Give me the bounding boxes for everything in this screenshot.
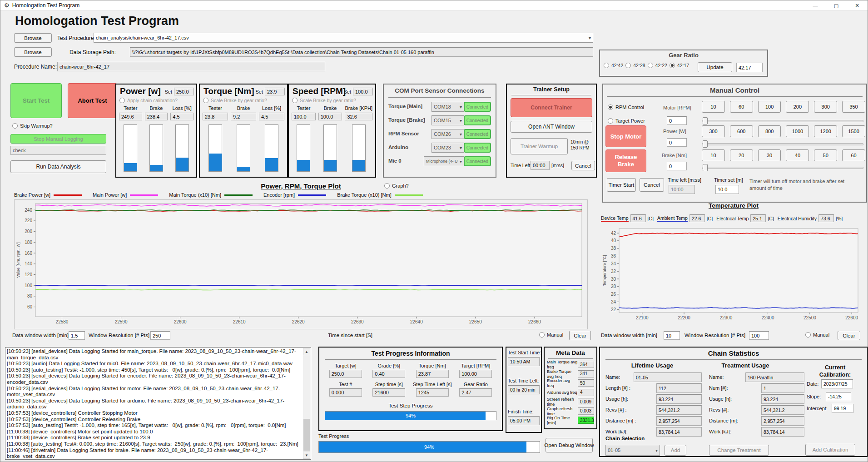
temp-clear-button[interactable]: Clear	[838, 331, 860, 340]
abort-test-button[interactable]: Abort Test	[68, 83, 117, 118]
com-port-select[interactable]: COM26▾	[432, 129, 464, 139]
timer-set-field[interactable]: 10.0	[715, 185, 739, 194]
close-icon[interactable]: ✕	[847, 0, 868, 10]
temp-resolution-field[interactable]: 100	[749, 331, 769, 340]
torque-loss-bar	[265, 124, 278, 172]
add-calibration-button[interactable]: Add Calibration	[805, 444, 855, 456]
motor-rpm-field[interactable]: 0	[667, 116, 687, 125]
chain-stat-row: Work [kJ]:83,784.14	[709, 427, 804, 437]
torque-set-field[interactable]: 23.9	[265, 88, 285, 95]
speed-scale-brake-radio[interactable]: Scale Brake by gear ratio?	[292, 98, 356, 103]
preset-button-60[interactable]: 60	[842, 149, 865, 161]
gear-ratio-value-field[interactable]: 42:17	[736, 63, 763, 72]
log-output[interactable]: [10:50:23] [serial_devices] Data Logging…	[5, 347, 311, 460]
trainer-warmup-button[interactable]: Trainer Warmup	[511, 138, 568, 154]
preset-button-1500[interactable]: 1500	[842, 125, 865, 137]
calibration-date-field[interactable]: 2023/07/25	[821, 379, 853, 388]
preset-button-40[interactable]: 40	[786, 149, 809, 161]
procedure-name-field[interactable]: chain-wear_6hr-42_17	[57, 62, 325, 71]
main-resolution-field[interactable]: 250	[150, 331, 170, 340]
preset-button-1000[interactable]: 1000	[786, 125, 809, 137]
log-scrollbar[interactable]: ▲ ▼	[303, 348, 310, 459]
speed-set-field[interactable]: 100.0	[353, 88, 373, 95]
preset-button-300[interactable]: 300	[814, 101, 837, 113]
main-clear-button[interactable]: Clear	[569, 331, 591, 340]
preset-button-10[interactable]: 10	[702, 149, 725, 161]
browse-procedure-button[interactable]: Browse	[14, 33, 52, 43]
calibration-slope-field[interactable]: -14.25	[826, 392, 851, 401]
scroll-up-icon[interactable]: ▲	[303, 348, 310, 355]
preset-button-800[interactable]: 800	[758, 125, 781, 137]
preset-button-20[interactable]: 20	[730, 149, 753, 161]
gear-ratio-radio-42-22[interactable]: 42:22	[648, 63, 667, 68]
calibration-intercept-field[interactable]: 99.19	[832, 404, 853, 413]
preset-button-60[interactable]: 60	[730, 101, 753, 113]
brake-field[interactable]: 0	[667, 162, 687, 170]
timer-start-button[interactable]: Timer Start	[607, 178, 636, 192]
test-procedure-select[interactable]: chain_analysis\chain-wear_6hr-42_17.csv …	[94, 33, 593, 43]
preset-button-100[interactable]: 100	[758, 101, 781, 113]
timer-cancel-button[interactable]: Cancel	[640, 178, 664, 192]
log-line: [10:50:23] [serial_devices] Data Logging…	[7, 386, 302, 398]
com-port-select[interactable]: COM23▾	[432, 143, 464, 153]
step-progress-label: Test Step Progress	[319, 403, 502, 408]
chain-stat-row: Usage [h]:93.224	[605, 394, 702, 405]
brake-slider[interactable]	[702, 164, 863, 172]
power-field[interactable]: 0	[667, 138, 687, 147]
power-slider[interactable]	[702, 140, 863, 148]
run-data-analysis-button[interactable]: Run Data Analysis	[10, 160, 106, 173]
open-debug-window-button[interactable]: Open Debug Window	[546, 438, 593, 452]
temp-manual-radio[interactable]: Manual	[805, 332, 829, 338]
data-storage-field[interactable]: \\?\G:\.shortcut-targets-by-id\1PJXtSsbf…	[130, 47, 593, 57]
skip-warmup-radio[interactable]: Skip Warmup?	[12, 123, 53, 129]
browse-storage-button[interactable]: Browse	[14, 47, 52, 57]
preset-button-30[interactable]: 30	[758, 149, 781, 161]
maximize-icon[interactable]: ▢	[826, 0, 847, 10]
release-brake-button[interactable]: Release Brake	[605, 149, 646, 172]
test-progress-field: Test #0.000	[324, 382, 367, 397]
rpm-control-radio[interactable]: RPM Control	[608, 104, 644, 110]
preset-button-50[interactable]: 50	[814, 149, 837, 161]
stop-motor-button[interactable]: Stop Motor	[605, 125, 646, 147]
main-manual-radio[interactable]: Manual	[539, 332, 563, 338]
open-ant-window-button[interactable]: Open ANT Window	[511, 121, 592, 133]
torque-gauge-panel: Torque [Nm] Set 23.9 Scale Brake by gear…	[199, 84, 288, 178]
preset-button-600[interactable]: 600	[730, 125, 753, 137]
scroll-thumb[interactable]	[303, 419, 310, 451]
check-field[interactable]: check	[10, 146, 106, 155]
gear-ratio-radio-42-28[interactable]: 42:28	[625, 63, 645, 68]
gear-ratio-radio-42-17[interactable]: 42:17	[670, 63, 689, 68]
torque-scale-brake-radio[interactable]: Scale Brake by gear ratio?	[203, 98, 267, 103]
preset-button-10[interactable]: 10	[702, 101, 725, 113]
preset-button-300[interactable]: 300	[702, 125, 725, 137]
start-test-button[interactable]: Start Test	[10, 83, 62, 118]
stop-manual-logging-button[interactable]: Stop Manual Logging	[10, 134, 106, 144]
com-port-select[interactable]: COM15▾	[432, 115, 464, 125]
motor-rpm-slider[interactable]	[702, 117, 863, 125]
scroll-down-icon[interactable]: ▼	[303, 452, 310, 459]
main-resolution-label: Window Resolution [# Pts]	[89, 333, 149, 338]
trainer-cancel-button[interactable]: Cancel	[571, 161, 595, 170]
temp-window-width-field[interactable]: 10	[664, 331, 680, 340]
chain-add-button[interactable]: Add	[665, 445, 686, 456]
meta-data-row: Graph refresh time0.003	[545, 407, 596, 416]
gear-ratio-update-button[interactable]: Update	[698, 62, 732, 72]
connect-trainer-button[interactable]: Connect Trainer	[511, 98, 592, 117]
log-line: [11:00:38] [device_controllers] Motor se…	[7, 429, 302, 435]
graph-radio[interactable]: Graph?	[384, 183, 409, 189]
test-time-left-value: 00 hr 20 min	[508, 385, 540, 394]
change-treatment-button[interactable]: Change Treatment	[709, 445, 769, 456]
power-set-field[interactable]: 250.0	[174, 88, 194, 95]
apply-chain-calibration-radio[interactable]: Apply chain calibration?	[119, 98, 178, 103]
preset-button-350[interactable]: 350	[842, 101, 865, 113]
target-power-radio[interactable]: Target Power	[608, 118, 645, 124]
minimize-icon[interactable]: —	[805, 0, 826, 10]
com-port-select[interactable]: Microphone (4- USB▾	[424, 156, 464, 166]
chain-selection-dropdown[interactable]: 01-05 ▾	[605, 445, 660, 456]
preset-button-200[interactable]: 200	[786, 101, 809, 113]
preset-button-1200[interactable]: 1200	[814, 125, 837, 137]
dropdown-arrow-icon: ▾	[655, 448, 658, 453]
com-port-select[interactable]: COM18▾	[432, 102, 464, 112]
gear-ratio-radio-42-42[interactable]: 42:42	[604, 63, 623, 68]
main-window-width-field[interactable]: 1.5	[69, 331, 85, 340]
